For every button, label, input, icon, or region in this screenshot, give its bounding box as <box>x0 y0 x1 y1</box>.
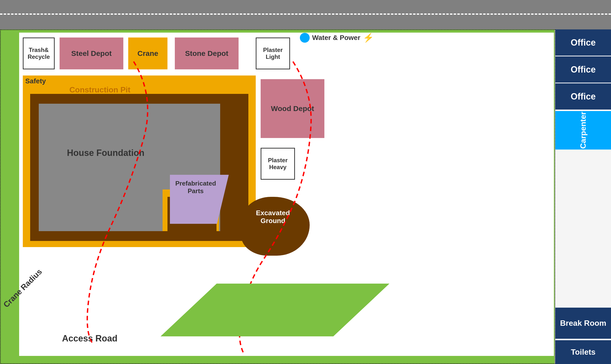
prefab-parts-label: Prefabricated Parts <box>171 180 220 195</box>
construction-pit-label: Construction Pit <box>69 85 130 94</box>
road-area <box>0 0 611 29</box>
road-dashes <box>0 13 611 15</box>
toilets-panel: Toilets <box>555 339 611 364</box>
water-circle <box>300 33 310 43</box>
water-power-area: Water & Power ⚡ <box>300 33 374 43</box>
excavated-ground <box>241 197 310 256</box>
excavated-ground-label: Excavated Ground <box>245 209 301 225</box>
trash-recycle-box: Trash& Recycle <box>23 38 55 69</box>
house-foundation-label: House Foundation <box>67 148 144 158</box>
crane-box: Crane <box>128 38 168 69</box>
right-spacer <box>555 150 611 308</box>
office-panel-2: Office <box>555 56 611 83</box>
steel-depot-box: Steel Depot <box>60 38 123 69</box>
lightning-icon: ⚡ <box>363 33 374 43</box>
break-room-panel: Break Room <box>555 308 611 339</box>
carpenter-panel: Carpenter <box>555 110 611 150</box>
office-panel-3: Office <box>555 83 611 110</box>
stone-depot-box: Stone Depot <box>175 38 239 69</box>
access-road-label: Access Road <box>62 333 117 344</box>
plaster-heavy-box: Plaster Heavy <box>261 148 295 180</box>
water-power-label: Water & Power <box>312 34 360 42</box>
safety-label: Safety <box>25 77 46 85</box>
site-area: Safety Construction Pit House Foundation… <box>0 29 611 364</box>
plaster-light-box: Plaster Light <box>256 38 290 69</box>
right-panels-container: Office Office Office Carpenter Break Roo… <box>555 29 611 364</box>
office-panel-1: Office <box>555 29 611 56</box>
wood-depot-box: Wood Depot <box>261 79 324 138</box>
